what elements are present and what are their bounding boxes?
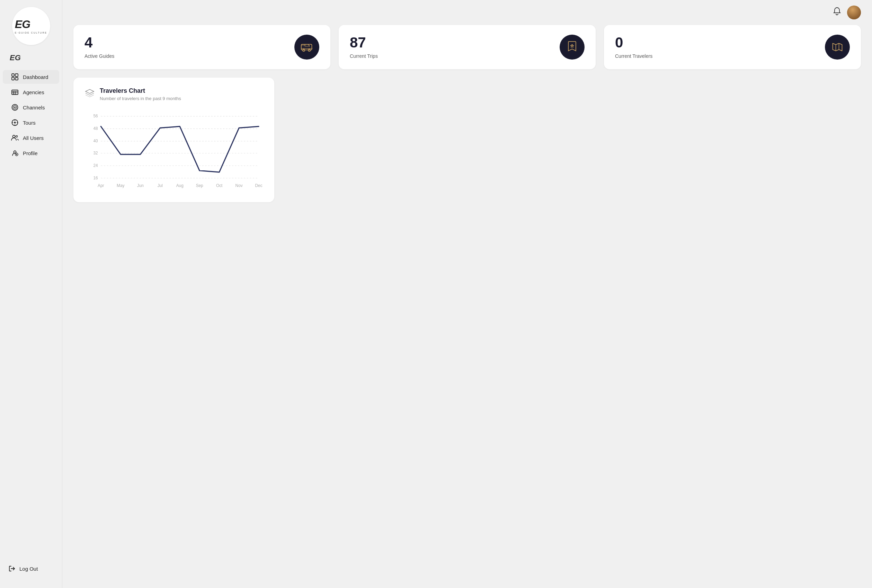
dashboard-icon [11,74,19,80]
current-trips-label: Current Trips [350,53,378,59]
svg-text:40: 40 [93,138,98,143]
main-content: 4 Active Guides 87 [62,0,872,588]
svg-text:Jun: Jun [137,183,144,188]
current-trips-number: 87 [350,35,378,50]
sidebar-label-tours: Tours [23,120,36,126]
profile-icon [11,150,19,156]
users-icon [11,134,19,141]
sidebar-item-profile[interactable]: Profile [3,146,59,160]
channels-icon [11,104,19,111]
logout-section: Log Out [0,560,46,578]
current-travelers-number: 0 [615,35,653,50]
svg-point-18 [13,135,15,138]
logo-text: EG [15,18,47,31]
notification-bell-icon[interactable] [833,7,842,18]
sidebar-label-dashboard: Dashboard [23,74,48,80]
svg-text:Jul: Jul [158,183,163,188]
svg-text:Sep: Sep [196,183,203,188]
chart-title-block: Travelers Chart Number of travelers in t… [100,87,181,101]
svg-point-11 [14,106,16,108]
svg-rect-4 [12,90,18,94]
sidebar-label-all-users: All Users [23,135,44,141]
sidebar-label-channels: Channels [23,105,45,111]
current-travelers-label: Current Travelers [615,53,653,59]
logout-button[interactable]: Log Out [8,565,38,572]
van-icon [300,41,313,53]
chart-layers-icon [84,88,95,100]
logout-icon [8,565,16,572]
logo-small: EG [10,53,21,62]
sidebar-label-profile: Profile [23,150,38,156]
svg-rect-1 [12,77,14,80]
svg-text:48: 48 [93,126,98,131]
logout-label: Log Out [20,566,38,572]
chart-header: Travelers Chart Number of travelers in t… [84,87,263,101]
avatar-image [847,6,861,20]
sidebar-label-agencies: Agencies [23,89,44,95]
nav-items: Dashboard Agencies [0,69,62,560]
chart-card: Travelers Chart Number of travelers in t… [74,78,274,202]
header [62,0,872,25]
current-travelers-icon-circle [825,34,850,60]
dashboard-content: 4 Active Guides 87 [62,25,872,588]
sidebar-item-tours[interactable]: Tours [3,116,59,129]
svg-rect-2 [15,74,18,76]
sidebar-item-dashboard[interactable]: Dashboard [3,70,59,84]
current-trips-icon-circle [560,34,585,60]
user-avatar[interactable] [847,6,861,20]
svg-text:Aug: Aug [176,183,183,188]
svg-rect-3 [15,78,18,80]
map-icon [831,41,843,53]
svg-text:Apr: Apr [98,183,104,188]
svg-point-19 [16,136,18,138]
stat-left-active-guides: 4 Active Guides [84,35,114,59]
svg-rect-0 [12,74,14,76]
logo-subtitle: E·GUIDE CULTURE [15,32,47,34]
svg-text:May: May [117,183,124,188]
stat-card-active-guides: 4 Active Guides [74,25,330,69]
sidebar: EG E·GUIDE CULTURE EG Dashboard [0,0,62,588]
svg-text:56: 56 [93,114,98,118]
svg-text:Dec: Dec [255,183,263,188]
svg-text:16: 16 [93,176,98,180]
tag-star-icon [566,41,578,53]
chart-svg: .grid-line { stroke: #e0e0e0; stroke-wid… [84,110,263,192]
chart-subtitle: Number of travelers in the past 9 months [100,96,181,101]
logo-circle: EG E·GUIDE CULTURE [12,7,50,45]
svg-text:Oct: Oct [216,183,223,188]
active-guides-label: Active Guides [84,53,114,59]
svg-text:32: 32 [93,151,98,156]
active-guides-number: 4 [84,35,114,50]
stat-left-current-travelers: 0 Current Travelers [615,35,653,59]
agencies-icon [11,88,19,96]
stat-left-current-trips: 87 Current Trips [350,35,378,59]
stat-card-current-travelers: 0 Current Travelers [604,25,861,69]
stats-row: 4 Active Guides 87 [74,25,861,69]
svg-text:Nov: Nov [236,183,243,188]
sidebar-item-agencies[interactable]: Agencies [3,85,59,99]
sidebar-item-channels[interactable]: Channels [3,100,59,114]
active-guides-icon-circle [294,34,319,60]
chart-line [101,126,259,172]
chart-area: .grid-line { stroke: #e0e0e0; stroke-wid… [84,110,263,192]
chart-title: Travelers Chart [100,87,181,94]
tours-icon [11,119,19,126]
svg-point-13 [14,122,16,124]
svg-text:24: 24 [93,163,98,168]
sidebar-item-all-users[interactable]: All Users [3,131,59,145]
stat-card-current-trips: 87 Current Trips [339,25,596,69]
